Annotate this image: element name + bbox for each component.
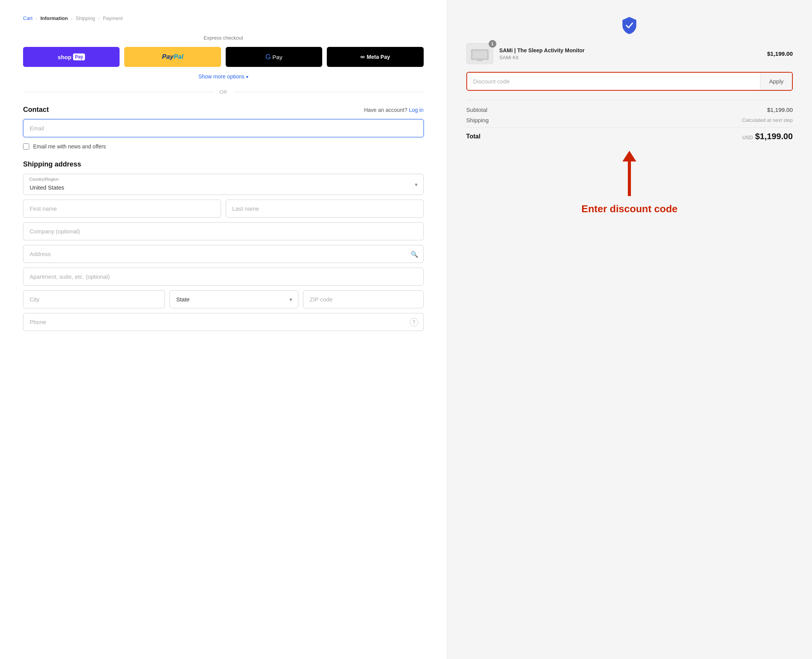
right-panel: 1 SAMi | The Sleep Activity Monitor SAMi… bbox=[447, 0, 812, 659]
subtotal-value: $1,199.00 bbox=[767, 107, 793, 113]
shield-icon-wrap bbox=[466, 15, 793, 35]
product-img-placeholder bbox=[470, 46, 489, 62]
total-value: USD$1,199.00 bbox=[742, 131, 793, 141]
product-price: $1,199.00 bbox=[767, 50, 793, 57]
breadcrumb: Cart › Information › Shipping › Payment bbox=[23, 15, 424, 21]
paypal-button[interactable]: PayPal bbox=[124, 47, 221, 67]
country-select[interactable]: United States bbox=[23, 174, 424, 195]
breadcrumb-payment: Payment bbox=[103, 15, 123, 21]
discount-input[interactable] bbox=[467, 73, 760, 90]
state-select-wrapper: State ▾ bbox=[170, 290, 298, 308]
newsletter-checkbox[interactable] bbox=[23, 143, 29, 150]
first-name-input[interactable] bbox=[23, 200, 221, 218]
shipping-label: Shipping bbox=[466, 117, 489, 123]
breadcrumb-sep-2: › bbox=[71, 15, 72, 21]
meta-icon: ∞ bbox=[360, 53, 364, 60]
have-account-text: Have an account? Log in bbox=[364, 107, 424, 113]
breadcrumb-shipping: Shipping bbox=[76, 15, 95, 21]
arrow-shaft bbox=[628, 161, 631, 196]
phone-wrapper: ? bbox=[23, 313, 424, 331]
shipping-address-title: Shipping address bbox=[23, 160, 424, 168]
country-select-wrapper: Country/Region United States ▾ bbox=[23, 174, 424, 195]
product-info: SAMi | The Sleep Activity Monitor SAMi K… bbox=[499, 47, 761, 60]
metapay-button[interactable]: ∞ Meta Pay bbox=[327, 47, 423, 67]
login-link[interactable]: Log in bbox=[409, 107, 423, 113]
shipping-value: Calculated at next step bbox=[742, 117, 793, 123]
gpay-g-icon: G bbox=[266, 53, 271, 61]
arrow-up-icon bbox=[622, 151, 636, 161]
contact-header: Contact Have an account? Log in bbox=[23, 106, 424, 114]
discount-box: Apply bbox=[466, 72, 793, 91]
contact-title: Contact bbox=[23, 106, 49, 114]
usd-label: USD bbox=[742, 135, 753, 140]
name-row bbox=[23, 200, 424, 222]
breadcrumb-information: Information bbox=[40, 15, 68, 21]
gpay-button[interactable]: G Pay bbox=[226, 47, 322, 67]
shield-icon bbox=[619, 15, 639, 35]
city-state-zip-row: State ▾ bbox=[23, 290, 424, 308]
company-input[interactable] bbox=[23, 222, 424, 240]
show-more-chevron: ▾ bbox=[246, 74, 248, 80]
newsletter-label: Email me with news and offers bbox=[33, 143, 106, 150]
shop-text: shop bbox=[58, 54, 72, 60]
zip-input[interactable] bbox=[303, 290, 423, 308]
apartment-input[interactable] bbox=[23, 268, 424, 286]
shopify-pay-logo: shop Pay bbox=[58, 53, 85, 60]
address-input[interactable] bbox=[23, 245, 424, 263]
product-image-wrap: 1 bbox=[466, 43, 493, 64]
total-amount: $1,199.00 bbox=[755, 131, 793, 141]
metapay-label: Meta Pay bbox=[367, 54, 390, 60]
svg-rect-2 bbox=[477, 60, 483, 61]
subtotal-row: Subtotal $1,199.00 bbox=[466, 107, 793, 113]
pay-box: Pay bbox=[73, 53, 85, 60]
breadcrumb-cart[interactable]: Cart bbox=[23, 15, 33, 21]
svg-rect-1 bbox=[473, 51, 487, 58]
grand-total-row: Total USD$1,199.00 bbox=[466, 127, 793, 141]
gpay-label: Pay bbox=[273, 54, 283, 60]
express-buttons: shop Pay PayPal G Pay ∞ Meta Pay bbox=[23, 47, 424, 67]
or-divider: OR bbox=[23, 89, 424, 95]
apply-button[interactable]: Apply bbox=[760, 73, 792, 90]
breadcrumb-sep-3: › bbox=[98, 15, 100, 21]
left-panel: Cart › Information › Shipping › Payment … bbox=[0, 0, 447, 659]
address-search-icon: 🔍 bbox=[411, 250, 418, 258]
annotation-wrap: Enter discount code bbox=[466, 151, 793, 215]
phone-help-icon: ? bbox=[410, 318, 418, 326]
show-more-text: Show more options bbox=[198, 73, 245, 80]
subtotal-label: Subtotal bbox=[466, 107, 488, 113]
state-select[interactable]: State bbox=[170, 290, 298, 308]
breadcrumb-sep-1: › bbox=[36, 15, 37, 21]
product-row: 1 SAMi | The Sleep Activity Monitor SAMi… bbox=[466, 43, 793, 64]
city-input[interactable] bbox=[23, 290, 165, 308]
email-input[interactable] bbox=[23, 119, 424, 137]
annotation-text: Enter discount code bbox=[581, 203, 677, 215]
show-more-options[interactable]: Show more options ▾ bbox=[23, 73, 424, 80]
have-account-label: Have an account? bbox=[364, 107, 408, 113]
newsletter-row: Email me with news and offers bbox=[23, 143, 424, 150]
shopify-pay-button[interactable]: shop Pay bbox=[23, 47, 120, 67]
last-name-input[interactable] bbox=[226, 200, 424, 218]
show-more-link[interactable]: Show more options ▾ bbox=[198, 73, 248, 80]
address-wrapper: 🔍 bbox=[23, 245, 424, 263]
product-image bbox=[466, 43, 493, 64]
phone-input[interactable] bbox=[23, 313, 424, 331]
paypal-logo: PayPal bbox=[162, 53, 183, 61]
shipping-row: Shipping Calculated at next step bbox=[466, 117, 793, 123]
order-totals: Subtotal $1,199.00 Shipping Calculated a… bbox=[466, 100, 793, 141]
total-label: Total bbox=[466, 133, 481, 140]
express-checkout-title: Express checkout bbox=[23, 35, 424, 41]
product-name: SAMi | The Sleep Activity Monitor bbox=[499, 47, 761, 55]
product-variant: SAMi Kit bbox=[499, 55, 761, 60]
product-quantity-badge: 1 bbox=[489, 40, 496, 48]
or-text: OR bbox=[220, 89, 227, 95]
